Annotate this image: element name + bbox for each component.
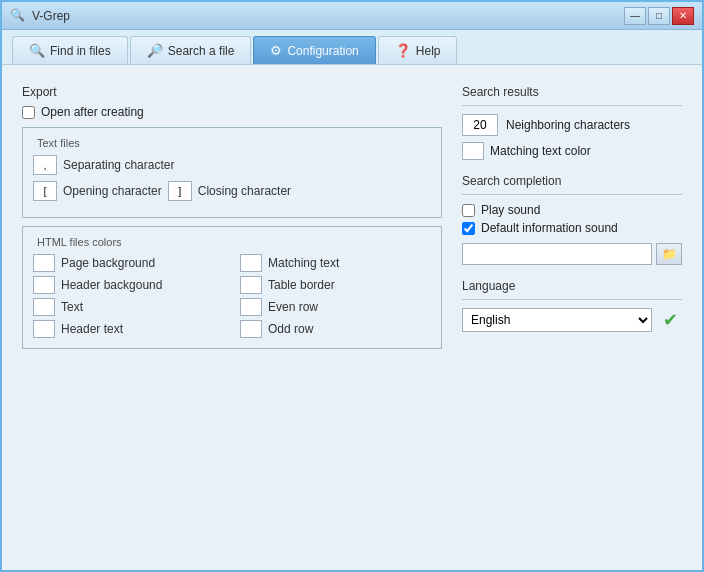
tab-search-a-file[interactable]: 🔎 Search a file: [130, 36, 252, 64]
title-bar: 🔍 V-Grep — □ ✕: [2, 2, 702, 30]
table-border-label: Table border: [268, 278, 335, 292]
language-row: English French Spanish German ✔: [462, 308, 682, 332]
minimize-button[interactable]: —: [624, 7, 646, 25]
title-controls: — □ ✕: [624, 7, 694, 25]
text-files-title: Text files: [33, 137, 84, 149]
text-swatch[interactable]: [33, 298, 55, 316]
title-bar-left: 🔍 V-Grep: [10, 8, 70, 24]
right-panel: Search results Neighboring characters Ma…: [462, 85, 682, 550]
even-row-label: Even row: [268, 300, 318, 314]
open-after-creating-row: Open after creating: [22, 105, 442, 119]
help-icon: ❓: [395, 43, 411, 58]
neighboring-chars-label: Neighboring characters: [506, 118, 630, 132]
page-bg-label: Page background: [61, 256, 155, 270]
window-title: V-Grep: [32, 9, 70, 23]
match-color-row: Matching text color: [462, 142, 682, 160]
open-after-creating-checkbox[interactable]: [22, 106, 35, 119]
language-select[interactable]: English French Spanish German: [462, 308, 652, 332]
app-icon: 🔍: [10, 8, 26, 24]
matching-text-color-label: Matching text color: [490, 144, 591, 158]
search-completion-separator: [462, 194, 682, 195]
play-sound-checkbox[interactable]: [462, 204, 475, 217]
find-in-files-icon: 🔍: [29, 43, 45, 58]
separating-char-row: , Separating character: [33, 155, 431, 175]
sound-path-row: 📁: [462, 243, 682, 265]
search-completion-label: Search completion: [462, 174, 682, 188]
configuration-icon: ⚙: [270, 43, 282, 58]
color-row-page-bg: Page background: [33, 254, 224, 272]
neighbors-row: Neighboring characters: [462, 114, 682, 136]
content-area: Export Open after creating Text files , …: [2, 65, 702, 570]
search-file-icon: 🔎: [147, 43, 163, 58]
color-row-table-border: Table border: [240, 276, 431, 294]
language-section: Language English French Spanish German ✔: [462, 279, 682, 332]
close-button[interactable]: ✕: [672, 7, 694, 25]
opening-char-display: [: [33, 181, 57, 201]
matching-text-label: Matching text: [268, 256, 339, 270]
text-label: Text: [61, 300, 83, 314]
main-window: 🔍 V-Grep — □ ✕ 🔍 Find in files 🔎 Search …: [0, 0, 704, 572]
match-color-swatch[interactable]: [462, 142, 484, 160]
play-sound-label: Play sound: [481, 203, 540, 217]
search-results-separator: [462, 105, 682, 106]
separating-char-display: ,: [33, 155, 57, 175]
neighboring-chars-input[interactable]: [462, 114, 498, 136]
closing-char-label: Closing character: [198, 184, 291, 198]
color-row-matching-text: Matching text: [240, 254, 431, 272]
color-row-header-text: Header text: [33, 320, 224, 338]
color-row-text: Text: [33, 298, 224, 316]
opening-char-row: [ Opening character Closing character: [33, 181, 431, 201]
header-bg-swatch[interactable]: [33, 276, 55, 294]
page-bg-swatch[interactable]: [33, 254, 55, 272]
language-separator: [462, 299, 682, 300]
open-after-creating-label: Open after creating: [41, 105, 144, 119]
export-label: Export: [22, 85, 442, 99]
default-sound-label: Default information sound: [481, 221, 618, 235]
opening-char-label: Opening character: [63, 184, 162, 198]
table-border-swatch[interactable]: [240, 276, 262, 294]
html-files-colors-fieldset: HTML files colors Page background Matchi…: [22, 226, 442, 349]
language-label: Language: [462, 279, 682, 293]
sound-path-input[interactable]: [462, 243, 652, 265]
html-files-colors-title: HTML files colors: [33, 236, 126, 248]
color-row-even-row: Even row: [240, 298, 431, 316]
separating-char-label: Separating character: [63, 158, 174, 172]
search-completion-section: Search completion Play sound Default inf…: [462, 174, 682, 265]
play-sound-row: Play sound: [462, 203, 682, 217]
matching-text-swatch[interactable]: [240, 254, 262, 272]
closing-char-input[interactable]: [168, 181, 192, 201]
browse-button[interactable]: 📁: [656, 243, 682, 265]
tab-find-in-files[interactable]: 🔍 Find in files: [12, 36, 128, 64]
search-results-label: Search results: [462, 85, 682, 99]
tab-bar: 🔍 Find in files 🔎 Search a file ⚙ Config…: [2, 30, 702, 65]
search-results-section: Search results Neighboring characters Ma…: [462, 85, 682, 160]
left-panel: Export Open after creating Text files , …: [22, 85, 442, 550]
tab-configuration[interactable]: ⚙ Configuration: [253, 36, 375, 64]
header-text-label: Header text: [61, 322, 123, 336]
color-grid: Page background Matching text Header bac…: [33, 254, 431, 338]
default-sound-row: Default information sound: [462, 221, 682, 235]
tab-help[interactable]: ❓ Help: [378, 36, 458, 64]
maximize-button[interactable]: □: [648, 7, 670, 25]
browse-icon: 📁: [662, 247, 677, 261]
text-files-fieldset: Text files , Separating character [ Open…: [22, 127, 442, 218]
odd-row-swatch[interactable]: [240, 320, 262, 338]
language-confirm-button[interactable]: ✔: [658, 308, 682, 332]
header-bg-label: Header backgound: [61, 278, 162, 292]
color-row-header-bg: Header backgound: [33, 276, 224, 294]
odd-row-label: Odd row: [268, 322, 313, 336]
default-sound-checkbox[interactable]: [462, 222, 475, 235]
header-text-swatch[interactable]: [33, 320, 55, 338]
color-row-odd-row: Odd row: [240, 320, 431, 338]
even-row-swatch[interactable]: [240, 298, 262, 316]
